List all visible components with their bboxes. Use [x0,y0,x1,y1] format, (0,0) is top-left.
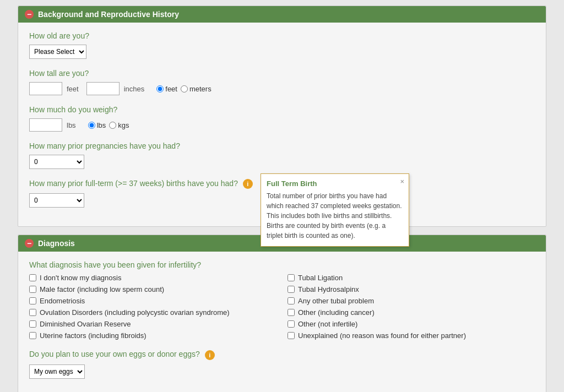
height-row: How tall are you? feet inches feet meter… [29,69,535,95]
background-section-header: − Background and Reproductive History [18,6,546,23]
checkbox-other-not-infertile-input[interactable] [288,320,295,328]
eggs-info-icon[interactable]: i [205,350,215,360]
checkbox-tubal-ligation: Tubal Ligation [288,274,535,282]
weight-input[interactable] [29,118,62,132]
height-meters-radio-label[interactable]: meters [181,85,212,93]
weight-lbs-radio[interactable] [88,122,95,129]
weight-lbs-radio-label[interactable]: lbs [88,121,106,129]
checkbox-diminished-ovarian: Diminished Ovarian Reserve [29,320,276,328]
diagnosis-section-title: Diagnosis [38,239,75,248]
checkbox-endometriosis-input[interactable] [29,297,36,304]
checkbox-unexplained-label: Unexplained (no reason was found for eit… [298,331,466,340]
height-inputs: feet inches feet meters [29,82,535,95]
checkbox-male-factor: Male factor (including low sperm count) [29,285,276,293]
height-inches-input[interactable] [86,82,120,95]
feet-unit-label: feet [67,85,79,93]
checkbox-tubal-hydrosalpinx: Tubal Hydrosalpinx [288,285,535,293]
background-section-body: How old are you? Please Select How tall … [18,23,546,226]
prior-pregnancies-row: How many prior pregnancies have you had?… [29,141,535,169]
weight-kgs-radio-label[interactable]: kgs [109,121,129,129]
eggs-label: Do you plan to use your own eggs or dono… [29,350,535,360]
checkbox-male-factor-label: Male factor (including low sperm count) [40,285,164,293]
checkbox-other-not-infertile: Other (not infertile) [288,320,535,328]
diagnosis-section: − Diagnosis What diagnosis have you been… [18,235,546,392]
tooltip-close-button[interactable]: × [400,177,404,186]
eggs-row: Do you plan to use your own eggs or dono… [29,350,535,378]
checkbox-ovulation-disorders-label: Ovulation Disorders (including polycysti… [40,308,230,317]
full-term-row: How many prior full-term (>= 37 weeks) b… [29,179,535,208]
age-select[interactable]: Please Select [29,45,86,59]
height-unit-group: feet meters [156,85,211,93]
diagnosis-question-row: What diagnosis have you been given for i… [29,260,535,340]
checkbox-dont-know-label: I don't know my diagnosis [40,274,121,282]
eggs-select[interactable]: My own eggs Donor eggs [29,364,85,379]
full-term-select[interactable]: 0 1 2 3 4 5+ [29,193,84,208]
weight-inputs: lbs lbs kgs [29,118,535,132]
height-feet-radio-label[interactable]: feet [156,85,177,93]
checkbox-unexplained-input[interactable] [288,332,295,339]
tooltip-title: Full Term Birth [267,179,403,188]
checkbox-male-factor-input[interactable] [29,286,36,293]
full-term-tooltip: × Full Term Birth Total number of prior … [261,173,409,247]
diagnosis-question-label: What diagnosis have you been given for i… [29,260,535,269]
checkbox-dont-know-input[interactable] [29,274,36,281]
height-meters-radio-text: meters [189,85,212,93]
checkbox-tubal-ligation-label: Tubal Ligation [298,274,343,282]
checkbox-tubal-hydrosalpinx-label: Tubal Hydrosalpinx [298,285,359,293]
checkbox-other-cancer-input[interactable] [288,309,295,316]
full-term-info-icon[interactable]: i [243,179,253,189]
prior-pregnancies-select[interactable]: 0 1 2 3 4 5+ [29,155,84,169]
checkbox-tubal-ligation-input[interactable] [288,274,295,281]
diagnosis-section-body: What diagnosis have you been given for i… [18,252,546,392]
diagnosis-collapse-icon[interactable]: − [25,239,34,248]
checkbox-other-tubal-input[interactable] [288,297,295,304]
height-label: How tall are you? [29,69,535,78]
checkbox-ovulation-disorders: Ovulation Disorders (including polycysti… [29,308,276,317]
checkbox-diminished-ovarian-input[interactable] [29,320,36,328]
height-feet-radio[interactable] [156,85,164,92]
weight-kgs-radio-text: kgs [118,121,129,129]
checkbox-endometriosis-label: Endometriosis [40,297,85,305]
background-section-title: Background and Reproductive History [38,10,179,19]
checkbox-uterine-factors-input[interactable] [29,332,36,339]
checkbox-other-cancer-label: Other (including cancer) [298,308,375,317]
checkbox-uterine-factors: Uterine factors (including fibroids) [29,331,276,340]
collapse-icon[interactable]: − [25,10,34,19]
inches-unit-label: inches [124,85,145,93]
background-section: − Background and Reproductive History Ho… [18,6,546,227]
weight-row: How much do you weigh? lbs lbs kgs [29,105,535,132]
age-label: How old are you? [29,31,535,40]
checkbox-unexplained: Unexplained (no reason was found for eit… [288,331,535,340]
height-feet-input[interactable] [29,82,62,95]
height-meters-radio[interactable] [181,85,188,92]
checkbox-dont-know: I don't know my diagnosis [29,274,276,282]
lbs-unit-label: lbs [67,121,76,129]
full-term-label-text: How many prior full-term (>= 37 weeks) b… [29,179,238,188]
page-wrapper: − Background and Reproductive History Ho… [18,6,546,392]
diagnosis-checkboxes-grid: I don't know my diagnosis Tubal Ligation… [29,274,535,340]
weight-lbs-radio-text: lbs [97,121,106,129]
weight-label: How much do you weigh? [29,105,535,114]
tooltip-text: Total number of prior births you have ha… [267,191,403,241]
checkbox-ovulation-disorders-input[interactable] [29,309,36,316]
weight-kgs-radio[interactable] [109,122,116,129]
checkbox-other-tubal: Any other tubal problem [288,297,535,305]
checkbox-diminished-ovarian-label: Diminished Ovarian Reserve [40,320,131,328]
checkbox-other-tubal-label: Any other tubal problem [298,297,374,305]
weight-unit-group: lbs kgs [88,121,129,129]
checkbox-tubal-hydrosalpinx-input[interactable] [288,286,295,293]
prior-pregnancies-label: How many prior pregnancies have you had? [29,141,535,150]
checkbox-other-not-infertile-label: Other (not infertile) [298,320,357,328]
eggs-question-text: Do you plan to use your own eggs or dono… [29,350,200,358]
checkbox-uterine-factors-label: Uterine factors (including fibroids) [40,331,147,340]
height-feet-radio-text: feet [165,85,177,93]
checkbox-endometriosis: Endometriosis [29,297,276,305]
age-row: How old are you? Please Select [29,31,535,59]
checkbox-other-cancer: Other (including cancer) [288,308,535,317]
